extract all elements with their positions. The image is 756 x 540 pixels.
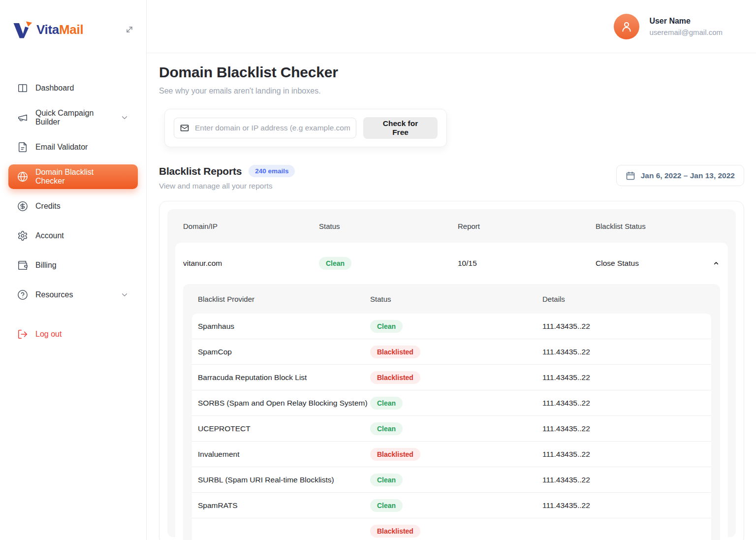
emails-count-badge: 240 emails — [249, 165, 295, 177]
provider-name: SpamCop — [198, 348, 370, 356]
report-domain: vitanur.com — [183, 259, 319, 268]
reports-table-card: Domain/IP Status Report Blacklist Status… — [159, 201, 744, 540]
blacklist-detail-panel: Blacklist Provider Status Details Spamha… — [183, 284, 720, 540]
megaphone-icon — [17, 112, 28, 123]
provider-row[interactable]: SORBS (Spam and Open Relay Blocking Syst… — [192, 390, 711, 416]
report-row[interactable]: vitanur.com Clean 10/15 Close Status — [183, 243, 720, 284]
sidebar-item-credits[interactable]: Credits — [8, 195, 138, 217]
user-name: User Name — [649, 17, 723, 26]
provider-row[interactable]: SURBL (Spam URI Real-time Blocklists) Cl… — [192, 467, 711, 493]
provider-details: 111.43435..22 — [542, 501, 705, 510]
domain-check-card: Check for Free — [164, 109, 447, 147]
chevron-down-icon[interactable] — [120, 290, 129, 299]
avatar — [614, 14, 639, 39]
status-badge: Clean — [370, 474, 403, 486]
status-badge: Clean — [370, 397, 403, 410]
col-detail-status: Status — [370, 295, 542, 303]
user-menu[interactable]: User Name useremail@gmail.com — [614, 14, 723, 39]
reports-table-header: Domain/IP Status Report Blacklist Status — [175, 209, 728, 243]
help-circle-icon — [17, 289, 28, 300]
sidebar-item-account[interactable]: Account — [8, 225, 138, 247]
provider-name: SpamRATS — [198, 501, 370, 510]
provider-row[interactable]: SpamRATS Clean 111.43435..22 — [192, 493, 711, 518]
document-icon — [17, 142, 28, 153]
close-status-label[interactable]: Close Status — [596, 259, 708, 268]
status-badge: Blacklisted — [370, 448, 420, 461]
logout-label: Log out — [35, 330, 62, 339]
col-status: Status — [319, 222, 458, 230]
gear-icon — [17, 230, 28, 241]
col-report: Report — [458, 222, 596, 230]
col-details: Details — [542, 295, 705, 303]
sidebar-item-label: Dashboard — [35, 84, 74, 93]
page-title: Domain Blacklist Checker — [159, 64, 744, 81]
provider-details: 111.43435..22 — [542, 322, 705, 331]
sidebar-item-label: Account — [35, 231, 64, 240]
date-range-label: Jan 6, 2022 – Jan 13, 2022 — [641, 171, 735, 180]
provider-list: Spamhaus Clean 111.43435..22 SpamCop Bla… — [192, 314, 711, 540]
sidebar-item-label: Resources — [35, 290, 73, 299]
sidebar-item-label: Email Validator — [35, 143, 88, 152]
provider-details: 111.43435..22 — [542, 424, 705, 433]
status-badge: Clean — [370, 422, 403, 435]
reports-header: Blacklist Reports 240 emails View and ma… — [159, 165, 744, 191]
status-badge: Blacklisted — [370, 525, 420, 538]
app-root: VitaMail Dashboard Quick Campaign Builde… — [0, 0, 756, 540]
provider-row[interactable]: Spamhaus Clean 111.43435..22 — [192, 314, 711, 339]
main-area: User Name useremail@gmail.com Domain Bla… — [147, 0, 756, 540]
brand-logo[interactable]: VitaMail — [12, 19, 83, 40]
wallet-icon — [17, 260, 28, 271]
col-blacklist-status: Blacklist Status — [596, 222, 708, 230]
col-domain-ip: Domain/IP — [183, 222, 319, 230]
sidebar-item-label: Domain Blacklist Checker — [35, 168, 122, 186]
date-range-picker[interactable]: Jan 6, 2022 – Jan 13, 2022 — [616, 165, 744, 186]
provider-name: SORBS (Spam and Open Relay Blocking Syst… — [198, 399, 370, 408]
status-badge: Clean — [370, 499, 403, 512]
user-text: User Name useremail@gmail.com — [649, 17, 723, 36]
mail-icon — [180, 123, 189, 133]
status-badge: Blacklisted — [370, 371, 420, 384]
provider-row[interactable]: Barracuda Reputation Block List Blacklis… — [192, 365, 711, 390]
provider-name: Barracuda Reputation Block List — [198, 373, 370, 382]
globe-icon — [17, 171, 28, 182]
sidebar-item-billing[interactable]: Billing — [8, 254, 138, 276]
sidebar-item-logout[interactable]: Log out — [8, 323, 138, 345]
detail-table-header: Blacklist Provider Status Details — [192, 284, 711, 314]
domain-input[interactable] — [174, 118, 356, 138]
sidebar-item-resources[interactable]: Resources — [8, 284, 138, 306]
calendar-icon — [626, 171, 635, 181]
reports-title: Blacklist Reports — [159, 165, 242, 177]
chevron-up-icon[interactable] — [708, 259, 720, 267]
provider-name: UCEPROTECT — [198, 424, 370, 433]
sidebar-item-quick-campaign-builder[interactable]: Quick Campaign Builder — [8, 107, 138, 128]
provider-row[interactable]: SpamCop Blacklisted 111.43435..22 — [192, 339, 711, 365]
status-badge: Clean — [370, 320, 403, 333]
report-score: 10/15 — [458, 259, 596, 268]
sidebar-item-email-validator[interactable]: Email Validator — [8, 136, 138, 158]
col-provider: Blacklist Provider — [198, 295, 370, 303]
provider-details: 111.43435..22 — [542, 373, 705, 382]
status-badge: Blacklisted — [370, 346, 420, 358]
provider-details: 111.43435..22 — [542, 348, 705, 356]
provider-row[interactable]: Blacklisted — [192, 518, 711, 540]
provider-details: 111.43435..22 — [542, 450, 705, 459]
topbar: User Name useremail@gmail.com — [147, 0, 756, 53]
sidebar-item-label: Credits — [35, 202, 61, 211]
provider-name: Spamhaus — [198, 322, 370, 331]
report-row-card: vitanur.com Clean 10/15 Close Status Bla… — [175, 243, 728, 540]
user-icon — [620, 20, 633, 33]
check-for-free-button[interactable]: Check for Free — [363, 117, 438, 139]
reports-subtitle: View and manage all your reports — [159, 182, 295, 191]
sidebar: VitaMail Dashboard Quick Campaign Builde… — [0, 0, 147, 540]
provider-row[interactable]: Invaluement Blacklisted 111.43435..22 — [192, 442, 711, 467]
sidebar-item-label: Billing — [35, 261, 57, 270]
provider-details: 111.43435..22 — [542, 399, 705, 408]
chevron-down-icon[interactable] — [120, 113, 129, 122]
sidebar-item-domain-blacklist-checker[interactable]: Domain Blacklist Checker — [8, 164, 138, 189]
provider-row[interactable]: UCEPROTECT Clean 111.43435..22 — [192, 416, 711, 442]
sidebar-item-dashboard[interactable]: Dashboard — [8, 77, 138, 99]
provider-name: Invaluement — [198, 450, 370, 459]
logo-row: VitaMail — [8, 18, 138, 41]
sidebar-collapse-icon[interactable] — [125, 25, 134, 34]
dollar-circle-icon — [17, 201, 28, 212]
